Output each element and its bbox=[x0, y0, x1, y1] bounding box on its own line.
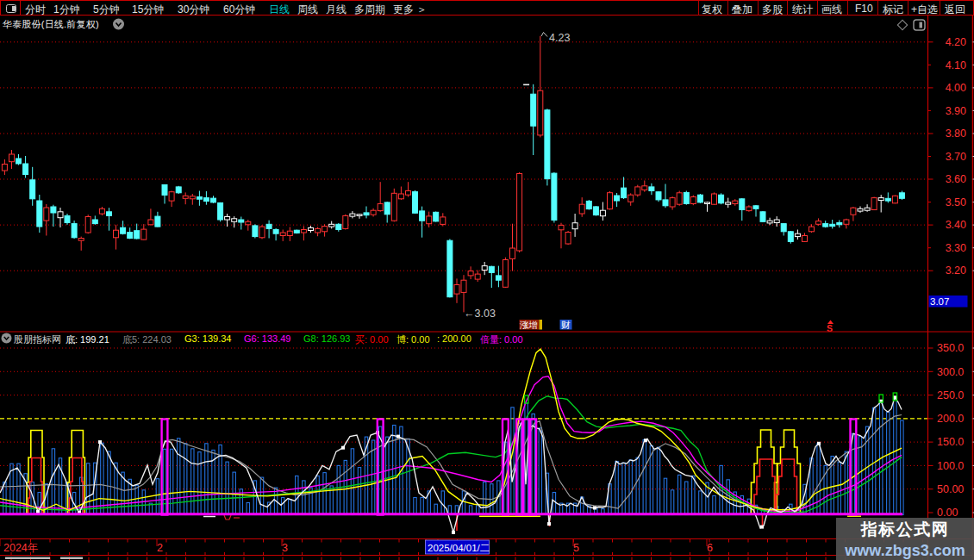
svg-text:3.60: 3.60 bbox=[946, 173, 966, 185]
svg-text:涨增: 涨增 bbox=[520, 320, 538, 330]
svg-text:财: 财 bbox=[561, 320, 571, 330]
svg-text:350.0: 350.0 bbox=[937, 342, 964, 354]
svg-text:3.40: 3.40 bbox=[946, 219, 966, 231]
svg-text:4.20: 4.20 bbox=[946, 36, 966, 48]
svg-text:3.70: 3.70 bbox=[946, 151, 966, 163]
svg-text:100.0: 100.0 bbox=[937, 460, 964, 472]
svg-text:3.07: 3.07 bbox=[930, 296, 949, 307]
svg-text:5: 5 bbox=[573, 542, 579, 554]
svg-text:4.23: 4.23 bbox=[549, 32, 570, 44]
svg-text:200.0: 200.0 bbox=[937, 413, 964, 425]
svg-text:2024年: 2024年 bbox=[3, 542, 38, 554]
svg-text:3: 3 bbox=[282, 542, 288, 554]
svg-text:300.0: 300.0 bbox=[937, 366, 964, 378]
svg-text:4.10: 4.10 bbox=[946, 59, 966, 72]
svg-text:←3.03: ←3.03 bbox=[464, 308, 496, 320]
svg-text:2025/04/01/二: 2025/04/01/二 bbox=[428, 543, 490, 553]
svg-text:250.0: 250.0 bbox=[937, 389, 964, 401]
svg-text:6: 6 bbox=[707, 542, 713, 554]
svg-text:4.00: 4.00 bbox=[946, 82, 966, 94]
svg-text:50.00: 50.00 bbox=[937, 483, 964, 495]
svg-text:2: 2 bbox=[157, 542, 163, 554]
svg-text:150.0: 150.0 bbox=[937, 436, 964, 448]
svg-text:3.80: 3.80 bbox=[946, 128, 966, 140]
svg-text:3.20: 3.20 bbox=[946, 264, 966, 277]
svg-text:3.90: 3.90 bbox=[946, 105, 966, 117]
svg-text:3.30: 3.30 bbox=[946, 242, 966, 254]
svg-text:3.50: 3.50 bbox=[946, 196, 966, 208]
